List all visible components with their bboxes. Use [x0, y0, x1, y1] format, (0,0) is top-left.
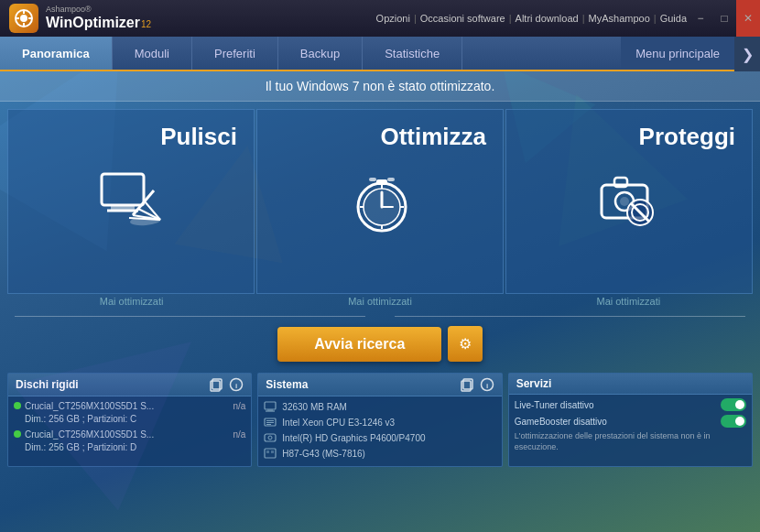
disk-dot-0 [14, 402, 21, 409]
app-name: Ashampoo® WinOptimizer 12 [46, 5, 151, 30]
sys-item-3: H87-G43 (MS-7816) [264, 447, 495, 460]
disk-na-1: n/a [233, 429, 245, 440]
sys-label-1: Intel Xeon CPU E3-1246 v3 [282, 418, 395, 428]
tab-panoramica[interactable]: Panoramica [0, 37, 113, 70]
divider-right [395, 316, 745, 317]
disk-dot-1 [14, 430, 21, 438]
sys-label-3: H87-G43 (MS-7816) [282, 449, 365, 459]
titlebar: Ashampoo® WinOptimizer 12 Opzioni | Occa… [0, 0, 760, 37]
main-content: Il tuo Windows 7 non è stato ottimizzato… [0, 71, 760, 532]
card-ottimizza-title: Ottimizza [380, 123, 486, 151]
divider-left [15, 316, 365, 317]
tab-moduli[interactable]: Moduli [113, 37, 192, 70]
sys-item-2: Intel(R) HD Graphics P4600/P4700 [264, 431, 495, 444]
action-area: Avvia ricerca ⚙ [0, 322, 760, 369]
maximize-button[interactable]: □ [712, 0, 736, 37]
disk-name-1: Crucial_CT256MX100S5D1 S... [25, 429, 229, 441]
window-controls: − □ ✕ [689, 0, 760, 37]
sep4: | [654, 13, 657, 24]
tab-statistiche[interactable]: Statistiche [363, 37, 462, 70]
panel-sistema-icons: i [460, 377, 494, 392]
card-ottimizza-status: Mai ottimizzati [255, 296, 504, 307]
panel-dischi-title: Dischi rigidi [16, 378, 79, 391]
svc-toggle-knob-0 [735, 400, 744, 409]
card-proteggi-status: Mai ottimizzati [505, 296, 753, 307]
disk-item-1: Crucial_CT256MX100S5D1 S... Dim.: 256 GB… [14, 429, 245, 454]
panel-dischi: Dischi rigidi i Crucial_CT256MX100S5D1 S… [7, 373, 252, 467]
panel-servizi-body: Live-Tuner disattivo GameBooster disatti… [509, 395, 752, 456]
sys-label-2: Intel(R) HD Graphics P4600/P4700 [282, 433, 425, 443]
panel-dischi-body: Crucial_CT256MX100S5D1 S... Dim.: 256 GB… [8, 396, 251, 461]
panel-sistema: Sistema i 32630 MB RAM Intel Xeon CPU E3… [257, 373, 502, 467]
menu-guida[interactable]: Guida [660, 13, 687, 24]
bottom-panels: Dischi rigidi i Crucial_CT256MX100S5D1 S… [0, 369, 760, 472]
menu-opzioni[interactable]: Opzioni [376, 13, 410, 24]
disk-info-0: Crucial_CT256MX100S5D1 S... Dim.: 256 GB… [25, 400, 229, 426]
disk-item-0: Crucial_CT256MX100S5D1 S... Dim.: 256 GB… [14, 400, 245, 426]
gear-settings-button[interactable]: ⚙ [448, 326, 483, 362]
disk-details-0: Dim.: 256 GB ; Partizioni: C [25, 413, 229, 426]
sys-label-0: 32630 MB RAM [282, 402, 347, 412]
card-pulisci-icon [90, 160, 172, 243]
svg-text:i: i [486, 382, 488, 390]
version-badge: 12 [141, 19, 151, 29]
svc-item-0: Live-Tuner disattivo [515, 398, 746, 411]
panel-servizi-header: Servizi [509, 374, 752, 395]
panel-dischi-header: Dischi rigidi i [8, 374, 251, 396]
logo-icon [9, 4, 38, 33]
main-cards: Pulisci Ottimizza [0, 102, 760, 294]
status-text: Il tuo Windows 7 non è stato ottimizzato… [266, 79, 495, 93]
card-pulisci[interactable]: Pulisci [7, 109, 255, 294]
panel-sistema-body: 32630 MB RAM Intel Xeon CPU E3-1246 v3 I… [258, 396, 501, 466]
sistema-copy-icon[interactable] [460, 377, 474, 392]
disk-na-0: n/a [233, 401, 245, 411]
disk-details-1: Dim.: 256 GB ; Partizioni: D [25, 441, 229, 454]
svg-rect-41 [265, 402, 276, 409]
svg-rect-18 [369, 178, 376, 181]
sistema-info-icon[interactable]: i [480, 377, 494, 392]
card-pulisci-status: Mai ottimizzati [7, 296, 255, 307]
panel-sistema-title: Sistema [266, 378, 308, 391]
sys-icon-2 [264, 431, 277, 444]
sys-item-1: Intel Xeon CPU E3-1246 v3 [264, 416, 495, 429]
dischi-copy-icon[interactable] [209, 377, 223, 392]
menu-altridownload[interactable]: Altri download [516, 13, 579, 24]
menu-principal-tab[interactable]: Menu principale [621, 37, 734, 70]
card-ottimizza[interactable]: Ottimizza [256, 109, 504, 294]
sep1: | [414, 13, 417, 24]
avvia-ricerca-button[interactable]: Avvia ricerca [277, 327, 441, 362]
svc-note: L'ottimizzazione delle prestazioni del s… [515, 431, 746, 452]
svg-rect-48 [265, 434, 276, 441]
sep3: | [582, 13, 585, 24]
card-proteggi[interactable]: Proteggi [505, 109, 753, 294]
menu-myashampoo[interactable]: MyAshampoo [589, 13, 650, 24]
svc-toggle-1[interactable] [721, 415, 746, 428]
card-status-row: Mai ottimizzati Mai ottimizzati Mai otti… [0, 294, 760, 310]
menu-occasioni[interactable]: Occasioni software [420, 13, 505, 24]
status-bar: Il tuo Windows 7 non è stato ottimizzato… [0, 71, 760, 102]
close-button[interactable]: ✕ [736, 0, 760, 37]
svc-label-1: GameBooster disattivo [515, 417, 607, 427]
svg-rect-47 [266, 424, 271, 425]
tab-preferiti[interactable]: Preferiti [192, 37, 278, 70]
tab-backup[interactable]: Backup [278, 37, 363, 70]
svg-rect-51 [266, 451, 269, 453]
svc-toggle-knob-1 [735, 417, 744, 426]
svg-point-1 [20, 15, 27, 22]
sys-item-0: 32630 MB RAM [264, 400, 495, 413]
nav-tabs: Panoramica Moduli Preferiti Backup Stati… [0, 37, 760, 71]
svc-toggle-0[interactable] [721, 398, 746, 411]
panel-dischi-icons: i [209, 377, 244, 392]
minimize-button[interactable]: − [689, 0, 712, 37]
disk-name-0: Crucial_CT256MX100S5D1 S... [25, 400, 229, 413]
svg-text:i: i [235, 382, 237, 390]
dischi-info-icon[interactable]: i [229, 377, 244, 392]
sys-icon-1 [264, 416, 277, 429]
card-proteggi-icon [588, 160, 670, 243]
disk-info-1: Crucial_CT256MX100S5D1 S... Dim.: 256 GB… [25, 429, 229, 454]
card-ottimizza-icon [339, 160, 421, 243]
sep2: | [509, 13, 512, 24]
svg-rect-17 [376, 179, 387, 185]
menu-bar: Opzioni | Occasioni software | Altri dow… [376, 0, 687, 37]
collapse-button[interactable]: ❯ [734, 37, 760, 71]
